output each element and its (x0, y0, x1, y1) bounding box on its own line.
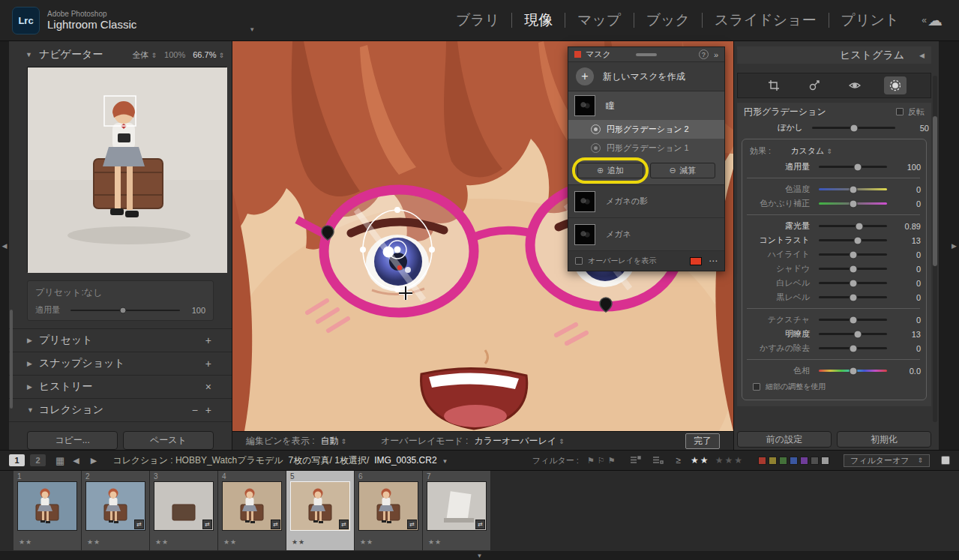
edit-pin-select[interactable]: 自動⇕ (321, 435, 347, 448)
filmstrip-collapse[interactable]: ▼ (0, 551, 959, 560)
help-icon[interactable]: ? (699, 49, 709, 59)
mask-add-button[interactable]: ⊕ 追加 (577, 163, 643, 178)
lightroom-logo[interactable]: Lrc (12, 7, 40, 34)
scrollbar-thumb[interactable] (933, 116, 937, 266)
drag-handle-icon[interactable] (636, 53, 657, 56)
color-chip-green[interactable] (779, 457, 787, 465)
mask-row[interactable]: メガネ (568, 218, 724, 251)
slider-handle[interactable] (849, 293, 857, 301)
preset-amount-slider[interactable] (70, 310, 180, 311)
grid-view-icon[interactable]: ▦ (55, 455, 64, 466)
module-library[interactable]: ブラリ (444, 13, 512, 28)
add-snapshot-button[interactable]: + (205, 358, 214, 370)
slider-handle[interactable] (855, 222, 863, 230)
mask-subtract-button[interactable]: ⊖ 減算 (650, 163, 715, 178)
mask-center-pin[interactable] (394, 247, 401, 253)
source-breadcrumb[interactable]: コレクション : HOBBY_Watchプラモデル 7枚の写真/ 1枚選択/ I… (112, 454, 448, 467)
sidebar-item-collections[interactable]: ▼ コレクション − + (9, 399, 232, 422)
color-chip-gray[interactable] (811, 457, 819, 465)
mask-component-row[interactable]: 円形グラデーション 1 (568, 139, 724, 157)
thumb-photo[interactable]: ⇄ (86, 482, 145, 530)
flag-reject-icon[interactable]: ⚑ (608, 456, 619, 465)
thumb-photo[interactable]: ⇄ (427, 482, 486, 530)
slider-track[interactable] (819, 370, 887, 372)
filmstrip-thumb[interactable]: 3 ⇄ ★★ (150, 471, 218, 550)
paste-button[interactable]: ペースト (123, 431, 214, 450)
slider-handle[interactable] (849, 316, 857, 324)
overlay-mode-select[interactable]: カラーオーバーレイ⇕ (474, 435, 564, 448)
slider-handle[interactable] (849, 265, 857, 273)
slider-handle[interactable] (849, 344, 857, 352)
disclosure-icon[interactable]: ▼ (27, 406, 39, 414)
collection-add-remove-buttons[interactable]: − + (192, 404, 214, 416)
redeye-tool-icon[interactable] (844, 76, 866, 94)
filmstrip-thumb[interactable]: 7 ⇄ ★★ (423, 471, 491, 550)
mask-handle-top[interactable] (394, 207, 400, 213)
invert-checkbox[interactable] (896, 108, 904, 115)
slider-value[interactable]: 50 (899, 124, 929, 133)
effect-select[interactable]: カスタム⇕ (790, 145, 832, 157)
zoom-100[interactable]: 100% (164, 50, 185, 59)
slider-track[interactable] (819, 268, 887, 270)
flag-pick-icon[interactable]: ⚑ (587, 456, 598, 465)
slider-handle[interactable] (853, 330, 862, 338)
thumb-photo[interactable] (18, 482, 76, 530)
fine-adjust-row[interactable]: 細部の調整を使用 (744, 380, 923, 394)
filter-lock-icon[interactable] (941, 456, 950, 465)
filmstrip-thumb-selected[interactable]: 5 ⇄ ★★ (286, 471, 355, 550)
thumb-photo[interactable]: ⇄ (291, 482, 349, 530)
navigator-disclosure-icon[interactable]: ▼ (25, 51, 32, 58)
histogram-header[interactable]: ヒストグラム ◀ (737, 46, 931, 64)
zoom-fit[interactable]: 全体⇕ (133, 49, 157, 61)
slider-track[interactable] (819, 296, 887, 298)
module-print[interactable]: プリント (829, 13, 912, 28)
filmstrip-thumb[interactable]: 2 ⇄ ★★ (82, 471, 150, 550)
slider-handle[interactable] (853, 236, 862, 244)
sidebar-item-history[interactable]: ▶ ヒストリー × (9, 376, 232, 399)
left-panel-collapse[interactable]: ◀ (0, 41, 9, 450)
collection-name[interactable]: コレクション : HOBBY_Watchプラモデル (112, 454, 283, 467)
slider-handle[interactable] (120, 307, 127, 313)
slider-track[interactable] (812, 127, 895, 129)
fine-adjust-checkbox[interactable] (753, 383, 760, 391)
previous-photo-icon[interactable]: ◀ (70, 456, 82, 466)
plus-icon[interactable]: + (576, 67, 594, 85)
slider-handle[interactable] (849, 367, 857, 375)
module-map[interactable]: マップ (565, 13, 634, 28)
slider-track[interactable] (819, 202, 887, 205)
reset-button[interactable]: 初期化 (837, 431, 931, 448)
mask-panel-header[interactable]: マスク ? » (568, 47, 724, 62)
slider-handle[interactable] (849, 279, 857, 287)
disclosure-icon[interactable]: ▶ (27, 360, 39, 367)
thumb-photo[interactable]: ⇄ (223, 482, 281, 530)
caret-left-icon[interactable]: ◀ (919, 52, 925, 59)
mask-group-row[interactable]: 瞳 (568, 91, 724, 120)
module-slideshow[interactable]: スライドショー (703, 13, 829, 28)
rating-rule[interactable]: ≥ (676, 455, 682, 466)
sidebar-item-snapshots[interactable]: ▶ スナップショット + (9, 352, 232, 376)
mask-component-row[interactable]: 円形グラデーション 2 (568, 120, 724, 139)
invert-control[interactable]: 反転 (896, 106, 925, 118)
slider-track[interactable] (819, 239, 887, 241)
filter-preset-select[interactable]: フィルターオフ ⇕ (844, 454, 930, 467)
second-window-button[interactable]: 2 (30, 454, 46, 466)
crop-tool-icon[interactable] (763, 76, 785, 94)
masking-tool-icon[interactable] (884, 76, 907, 94)
filmstrip-thumb[interactable]: 1 ★★ (13, 471, 82, 550)
filmstrip-thumb[interactable]: 4 ⇄ ★★ (218, 471, 286, 550)
unedited-filter-icon[interactable] (652, 454, 664, 467)
current-filename[interactable]: IMG_0035.CR2 (374, 455, 436, 466)
flag-unflagged-icon[interactable]: ⚐ (598, 456, 608, 465)
navigator-preview[interactable] (27, 67, 226, 272)
slider-track[interactable] (819, 333, 887, 335)
color-chip-none[interactable] (821, 457, 829, 465)
slider-handle[interactable] (849, 199, 857, 208)
clear-history-button[interactable]: × (205, 381, 214, 393)
slider-track[interactable] (819, 166, 887, 168)
star-filter-off[interactable]: ★★★ (715, 455, 744, 466)
slider-track[interactable] (819, 282, 887, 284)
thumb-photo[interactable]: ⇄ (154, 482, 213, 530)
sidebar-item-presets[interactable]: ▶ プリセット + (9, 329, 232, 352)
previous-settings-button[interactable]: 前の設定 (737, 431, 832, 448)
slider-track[interactable] (819, 188, 887, 190)
